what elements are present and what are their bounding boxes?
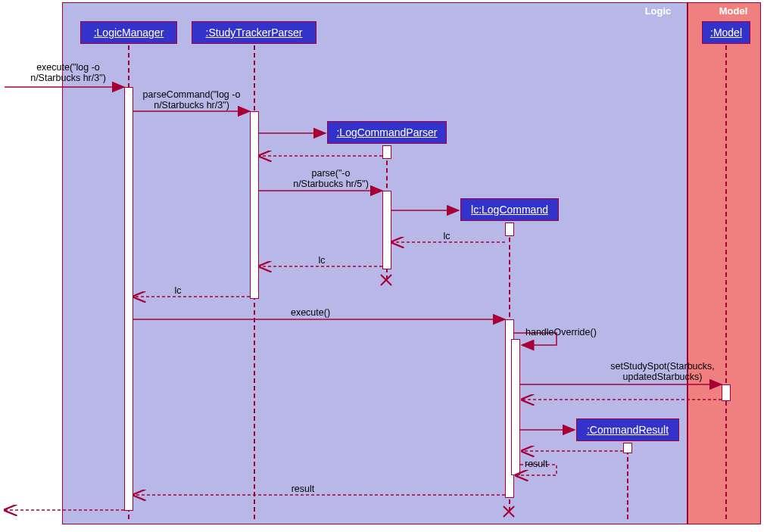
msg-parsecommand: parseCommand("log -o n/Starbucks hr/3") [120, 89, 263, 110]
lcp-activation-2 [382, 191, 391, 269]
mdl-activation [722, 384, 731, 401]
lcp-activation-1 [382, 145, 391, 159]
msg-setstudyspot: setStudySpot(Starbucks, updatedStarbucks… [591, 361, 734, 382]
cr-line [627, 443, 628, 519]
stp-activation [250, 111, 259, 299]
lifeline-logcommand: lc:LogCommand [460, 198, 559, 221]
model-frame: Model [687, 2, 761, 524]
msg-lc-2: lc [303, 255, 341, 266]
cr-activation [623, 443, 632, 453]
logic-frame-label: Logic [629, 3, 687, 19]
lifeline-model: :Model [702, 21, 750, 44]
msg-execute-in: execute("log -o n/Starbucks hr/3") [15, 62, 121, 83]
lm-activation [124, 87, 133, 511]
msg-lc-3: lc [159, 285, 197, 296]
msg-result-1: result [525, 459, 563, 469]
msg-parse: parse("-o n/Starbucks hr/5") [274, 168, 388, 189]
msg-handleoverride: handleOverride() [525, 327, 624, 338]
lc-activation-3 [511, 339, 520, 475]
lc-activation-1 [505, 222, 514, 236]
logic-frame: Logic [62, 2, 687, 524]
msg-result-2: result [280, 484, 326, 494]
msg-execute: execute() [273, 307, 348, 318]
msg-lc-1: lc [424, 231, 469, 241]
lifeline-logicmanager: :LogicManager [80, 21, 177, 44]
lifeline-studytrackerparser: :StudyTrackerParser [192, 21, 316, 44]
mdl-line [725, 45, 727, 519]
model-frame-label: Model [706, 3, 760, 19]
lifeline-logcommandparser: :LogCommandParser [327, 121, 447, 144]
lifeline-commandresult: :CommandResult [576, 418, 679, 441]
